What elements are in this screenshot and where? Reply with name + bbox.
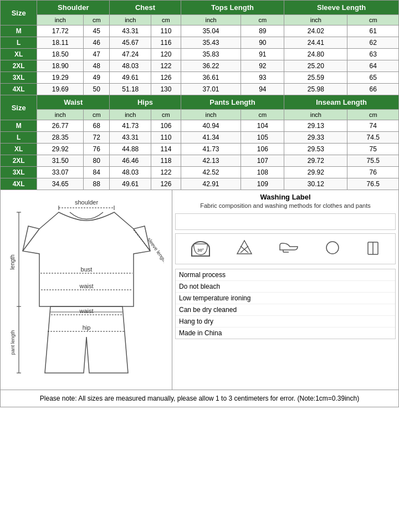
pants-size-cell: 2XL: [1, 155, 37, 167]
sl-inch-cell: 24.80: [284, 49, 347, 60]
tops-data-row: L 18.11 46 45.67 116 35.43 90 24.41 62: [1, 37, 399, 49]
tl-inch-cell: 35.04: [181, 25, 241, 37]
sh-cm-cell: 50: [84, 84, 110, 95]
sl-cm-cell: 61: [347, 25, 399, 37]
w-inch-label: inch: [37, 110, 84, 120]
pl-inch-cell: 42.91: [181, 178, 241, 190]
svg-text:length: length: [9, 254, 16, 269]
sh-inch-cell: 18.90: [37, 60, 84, 72]
tl-cm-cell: 92: [241, 60, 284, 72]
ch-cm-cell: 110: [151, 25, 181, 37]
h-inch-cell: 48.03: [110, 167, 151, 178]
w-cm-cell: 88: [84, 178, 110, 190]
washing-title: Washing Label: [175, 193, 396, 201]
pl-cm-cell: 109: [241, 178, 284, 190]
il-inch-cell: 29.33: [284, 132, 347, 144]
il-cm-label: cm: [347, 110, 399, 120]
dry-clean-icon: [325, 240, 340, 258]
il-cm-cell: 74: [347, 120, 399, 132]
tl-cm-cell: 90: [241, 37, 284, 49]
washing-instruction-item: Made in China: [176, 328, 395, 339]
pl-inch-label: inch: [181, 110, 241, 120]
sl-inch-cell: 25.59: [284, 72, 347, 84]
pants-size-cell: 3XL: [1, 167, 37, 178]
h-inch-cell: 46.46: [110, 155, 151, 167]
size-cell: L: [1, 37, 37, 49]
h-inch-cell: 43.31: [110, 132, 151, 144]
ch-cm-cell: 130: [151, 84, 181, 95]
pants-data-row: M 26.77 68 41.73 106 40.94 104 29.13 74: [1, 120, 399, 132]
w-cm-label: cm: [84, 110, 110, 120]
tl-inch-cell: 35.43: [181, 37, 241, 49]
sh-inch-cell: 17.72: [37, 25, 84, 37]
washing-instruction-item: Can be dry cleaned: [176, 304, 395, 316]
wash-icon-svg: 30°: [192, 241, 209, 257]
pants-subheader-row: inch cm inch cm inch cm inch cm: [1, 110, 399, 120]
h-cm-cell: 114: [151, 144, 181, 155]
svg-point-29: [326, 242, 339, 254]
washing-instruction-item: Hang to dry: [176, 316, 395, 328]
inseam-length-header: Inseam Length: [284, 95, 399, 110]
clothing-diagram-svg: shoulder bust waist waist hip length pan…: [9, 196, 164, 384]
pants-size-cell: M: [1, 120, 37, 132]
pants-length-header: Pants Length: [181, 95, 284, 110]
washing-area: Washing Label Fabric composition and was…: [172, 190, 398, 390]
sl-cm-cell: 65: [347, 72, 399, 84]
ch-inch-cell: 49.61: [110, 72, 151, 84]
tops-subheader-row: inch cm inch cm inch cm inch cm: [1, 15, 399, 25]
il-inch-cell: 30.12: [284, 178, 347, 190]
tl-cm-cell: 91: [241, 49, 284, 60]
sl-inch-cell: 25.20: [284, 60, 347, 72]
clothing-diagram: shoulder bust waist waist hip length pan…: [1, 190, 172, 390]
w-inch-cell: 29.92: [37, 144, 84, 155]
pants-data-row: L 28.35 72 43.31 110 41.34 105 29.33 74.…: [1, 132, 399, 144]
ch-cm-cell: 126: [151, 72, 181, 84]
tl-inch-cell: 36.22: [181, 60, 241, 72]
wash-30-icon: 30°: [191, 241, 210, 257]
pl-inch-cell: 42.52: [181, 167, 241, 178]
washing-instructions: Normal processDo not bleachLow temperatu…: [175, 269, 396, 339]
h-inch-cell: 49.61: [110, 178, 151, 190]
size-cell: XL: [1, 49, 37, 60]
no-bleach-svg: [236, 239, 253, 256]
h-cm-label: cm: [151, 110, 181, 120]
svg-text:shoulder: shoulder: [74, 199, 98, 206]
il-cm-cell: 75: [347, 144, 399, 155]
size-header: Size: [1, 1, 37, 25]
sh-inch-cell: 18.50: [37, 49, 84, 60]
il-inch-cell: 29.72: [284, 155, 347, 167]
hang-dry-svg: [366, 240, 380, 255]
hang-dry-icon: [366, 240, 380, 258]
sl-inch-cell: 24.02: [284, 25, 347, 37]
svg-text:pant length: pant length: [10, 330, 16, 355]
footer-note: Please note: All sizes are measured manu…: [0, 390, 399, 407]
washing-instruction-item: Do not bleach: [176, 281, 395, 293]
tl-inch-label: inch: [181, 15, 241, 25]
shoulder-header: Shoulder: [37, 1, 110, 15]
ch-cm-cell: 122: [151, 60, 181, 72]
tops-data-row: 2XL 18.90 48 48.03 122 36.22 92 25.20 64: [1, 60, 399, 72]
ch-inch-cell: 47.24: [110, 49, 151, 60]
washing-icons: 30°: [175, 233, 396, 264]
pants-data-row: XL 29.92 76 44.88 114 41.73 106 29.53 75: [1, 144, 399, 155]
svg-text:waist: waist: [79, 308, 93, 314]
tl-inch-cell: 37.01: [181, 84, 241, 95]
il-inch-cell: 29.13: [284, 120, 347, 132]
tl-inch-cell: 35.83: [181, 49, 241, 60]
w-inch-cell: 28.35: [37, 132, 84, 144]
iron-icon: [279, 240, 299, 258]
tops-data-row: 3XL 19.29 49 49.61 126 36.61 93 25.59 65: [1, 72, 399, 84]
sl-cm-cell: 62: [347, 37, 399, 49]
il-cm-cell: 76.5: [347, 178, 399, 190]
il-inch-label: inch: [284, 110, 347, 120]
pants-section-header: Size Waist Hips Pants Length Inseam Leng…: [1, 95, 399, 110]
w-cm-cell: 72: [84, 132, 110, 144]
sl-cm-cell: 64: [347, 60, 399, 72]
pants-data-row: 3XL 33.07 84 48.03 122 42.52 108 29.92 7…: [1, 167, 399, 178]
pl-inch-cell: 42.13: [181, 155, 241, 167]
h-inch-cell: 44.88: [110, 144, 151, 155]
il-inch-cell: 29.92: [284, 167, 347, 178]
svg-text:waist: waist: [79, 283, 93, 289]
sh-inch-label: inch: [37, 15, 84, 25]
il-cm-cell: 75.5: [347, 155, 399, 167]
